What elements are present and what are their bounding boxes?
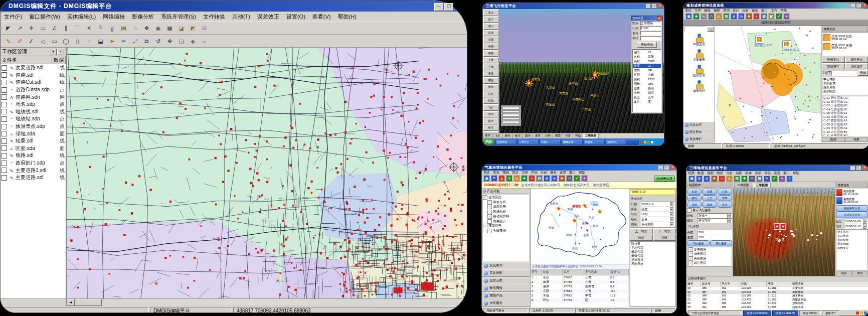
toolbar-icon[interactable]: ⇔: [199, 36, 210, 47]
tray-icon[interactable]: [856, 311, 859, 314]
parcel-item[interactable]: C-03 工业用地 M1: [822, 104, 867, 108]
table-row[interactable]: 1长沙57687小雪0.2: [531, 275, 629, 280]
menu-item[interactable]: 决策: [753, 171, 763, 176]
toolbar-icon[interactable]: ⊡: [199, 23, 210, 34]
table-row[interactable]: 00386361103.12531.281小麦旱地: [686, 286, 868, 290]
toolbar-icon[interactable]: ☂: [491, 175, 497, 182]
close-icon[interactable]: ×: [862, 3, 867, 8]
table-row[interactable]: 04390365103.33731.346居民用地: [686, 301, 868, 305]
tree-checkbox[interactable]: ✓: [487, 214, 492, 219]
query-button[interactable]: 下一时次: [653, 228, 676, 234]
nav-button[interactable]: 下移: [483, 64, 498, 70]
workflow-item[interactable]: 申报受理: [683, 32, 715, 48]
nav-button[interactable]: 卫星云图: [482, 277, 530, 284]
menu-item[interactable]: 预报: [501, 171, 510, 175]
parcel-item[interactable]: C-08 医疗用地 A5: [822, 123, 867, 127]
menu-item[interactable]: 场景: [686, 171, 696, 176]
menu-item[interactable]: 查询: [722, 9, 731, 13]
layer-row[interactable]: 地铁站.sdp 点: [1, 115, 66, 123]
toolbar-icon[interactable]: ▭: [49, 36, 60, 47]
toolbar-icon[interactable]: ✔: [771, 176, 778, 182]
nav-pill-button[interactable]: 后退: [702, 189, 717, 195]
element-item[interactable]: 降水量: [630, 242, 675, 246]
title-bar[interactable]: 规划成果管理信息系统 _□×: [683, 3, 868, 9]
task-button[interactable]: 图像处理: [562, 139, 583, 145]
toolbar-icon[interactable]: ⌂: [130, 23, 140, 34]
query-button[interactable]: 上一时次: [630, 228, 653, 234]
column-header[interactable]: 站名: [542, 269, 563, 275]
toolbar-icon[interactable]: ◉: [153, 23, 163, 34]
nav-button[interactable]: 复位: [483, 10, 498, 16]
close-icon[interactable]: ×: [57, 49, 64, 55]
toolbar-icon[interactable]: ▣: [688, 176, 695, 182]
layer-checkbox[interactable]: ✓: [688, 256, 693, 261]
toolbar-icon[interactable]: ⎙: [566, 175, 573, 182]
menu-item[interactable]: 帮助: [779, 9, 788, 13]
toolbar-icon[interactable]: ⌖: [753, 13, 760, 20]
action-button[interactable]: 停止漫游: [710, 240, 733, 246]
menu-item[interactable]: 分析: [741, 9, 750, 13]
tree-item[interactable]: 乡镇预报: [483, 229, 529, 234]
mode-tab[interactable]: 标注: [513, 133, 523, 138]
field-input[interactable]: 1:100: [640, 26, 661, 31]
nav-pill-button[interactable]: 复位: [718, 202, 732, 208]
table-row[interactable]: 4岳阳57584小雪-0.4: [531, 289, 629, 293]
toolbar-icon[interactable]: ╔: [107, 23, 117, 34]
layer-row[interactable]: 主要道路1.sdl 线: [1, 167, 66, 174]
toolbar-icon[interactable]: ◲: [176, 36, 187, 47]
menu-item[interactable]: 窗口: [568, 171, 577, 175]
table-row[interactable]: 5常德57662中雪-1.2: [531, 293, 629, 298]
menu-item[interactable]: 实体编辑(L): [64, 13, 99, 21]
layer-row[interactable]: 铁路.sdl 线: [1, 152, 66, 160]
form-dropdown[interactable]: 2008-1-9: [640, 202, 675, 207]
layer-row[interactable]: 地名.sdp 点: [1, 101, 66, 108]
menu-item[interactable]: 网络编辑: [99, 13, 128, 21]
tree-item[interactable]: ✓ 预警信号: [483, 224, 529, 229]
theme-item[interactable]: 受灾范围: [836, 230, 867, 234]
pin-icon[interactable]: ▾: [50, 49, 57, 55]
toolbar-icon[interactable]: ◎: [726, 176, 733, 182]
theme-item[interactable]: 房屋倒塌: [836, 242, 867, 246]
layer-checkbox[interactable]: [2, 168, 7, 173]
column-header[interactable]: 站号: [563, 269, 584, 275]
tree-item[interactable]: ✓ 全省实况: [483, 195, 529, 200]
toolbar-icon[interactable]: ⊖: [551, 175, 558, 182]
field-input[interactable]: [640, 36, 661, 41]
menu-item[interactable]: 影像分析: [128, 13, 157, 21]
nav-pill-button[interactable]: 右转: [687, 195, 702, 201]
query-button[interactable]: 开始查询: [637, 42, 657, 48]
parcel-item[interactable]: C-04 公共绿地 G1: [822, 108, 867, 112]
result-row[interactable]: 周长380: [633, 82, 661, 86]
toolbar-icon[interactable]: ✂: [701, 13, 707, 20]
toolbar-icon[interactable]: ✦: [783, 13, 790, 20]
toolbar-icon[interactable]: ✥: [746, 13, 752, 20]
result-row[interactable]: 面积1250: [633, 77, 661, 82]
toolbar-icon[interactable]: ∠: [49, 23, 60, 34]
nav-button[interactable]: 左移: [483, 44, 498, 50]
result-row[interactable]: 位置西南: [633, 86, 661, 91]
toolbar-icon[interactable]: ◪: [176, 23, 187, 34]
panel-tab[interactable]: 结果: [845, 137, 868, 142]
toolbar-icon[interactable]: ◌: [84, 36, 94, 47]
parcel-item[interactable]: C-01 居住用地 R2: [822, 96, 867, 100]
menu-item[interactable]: 数据: [696, 171, 706, 176]
search-button[interactable]: 查询: [858, 70, 868, 76]
menu-item[interactable]: 产品: [530, 171, 539, 175]
layer-checkbox[interactable]: [2, 72, 7, 78]
menu-item[interactable]: 帮助: [791, 171, 801, 176]
toolbar-icon[interactable]: ✕: [84, 23, 94, 34]
result-row[interactable]: 状态正常: [633, 95, 661, 100]
layer-checkbox[interactable]: [2, 138, 7, 144]
menu-item[interactable]: 文件(F): [1, 13, 26, 21]
planning-map[interactable]: 新区规划 12-05 旧城改造 08-12: [715, 26, 821, 142]
menu-item[interactable]: 分析: [725, 171, 734, 176]
toolbar-icon[interactable]: ⊕: [544, 175, 550, 182]
mode-tab[interactable]: 三维场景: [583, 133, 599, 138]
district-item[interactable]: 南部组团: [822, 89, 867, 93]
toolbar-icon[interactable]: ⌒: [72, 23, 83, 34]
menu-item[interactable]: 文件: [693, 9, 703, 13]
toolbar-icon[interactable]: ◎: [513, 175, 520, 182]
close-icon[interactable]: ×: [657, 16, 661, 21]
action-button[interactable]: 图形定位: [822, 57, 845, 63]
task-button[interactable]: 资源管理: [495, 139, 516, 145]
